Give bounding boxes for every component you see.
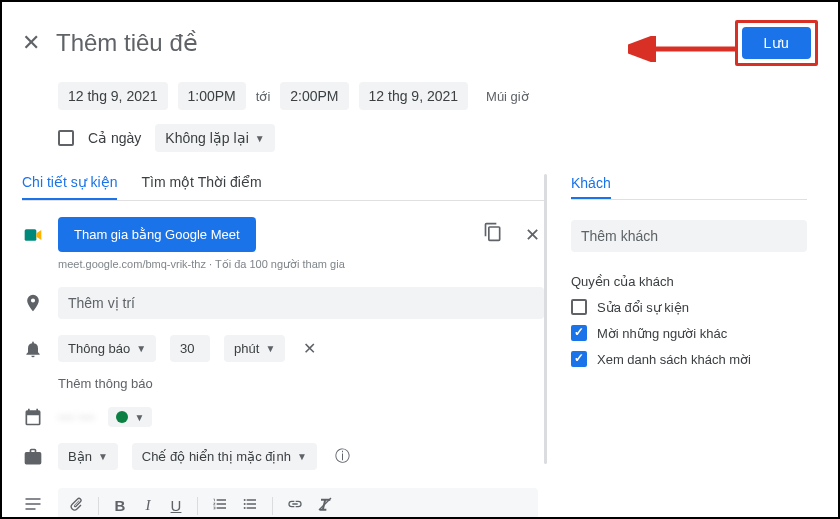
- add-notification-link[interactable]: Thêm thông báo: [22, 376, 544, 391]
- help-icon[interactable]: ⓘ: [331, 443, 354, 470]
- annotation-arrow-icon: [628, 36, 738, 62]
- notification-value-input[interactable]: 30: [170, 335, 210, 362]
- perm-modify-row: Sửa đổi sự kiện: [571, 299, 807, 315]
- caret-down-icon: ▼: [255, 133, 265, 144]
- availability-row: Bận▼ Chế độ hiển thị mặc định▼ ⓘ: [22, 443, 544, 470]
- location-icon: [22, 293, 44, 313]
- left-column: Chi tiết sự kiện Tìm một Thời điểm Tham …: [22, 174, 544, 519]
- meet-join-button[interactable]: Tham gia bằng Google Meet: [58, 217, 256, 252]
- notification-row: Thông báo▼ 30 phút▼ ✕: [22, 335, 544, 362]
- remove-meet-icon[interactable]: ✕: [521, 220, 544, 250]
- perm-modify-checkbox[interactable]: [571, 299, 587, 315]
- color-swatch-icon: [116, 411, 128, 423]
- clear-format-button[interactable]: [317, 496, 333, 515]
- bold-button[interactable]: B: [113, 497, 127, 514]
- notification-remove-icon[interactable]: ✕: [299, 339, 320, 358]
- repeat-dropdown[interactable]: Không lặp lại▼: [155, 124, 274, 152]
- to-label: tới: [256, 89, 271, 104]
- svg-rect-1: [25, 229, 37, 241]
- datetime-row: 12 thg 9, 2021 1:00PM tới 2:00PM 12 thg …: [22, 82, 818, 110]
- underline-button[interactable]: U: [169, 497, 183, 514]
- italic-button[interactable]: I: [141, 497, 155, 514]
- all-day-checkbox[interactable]: [58, 130, 74, 146]
- calendar-row: — — ▼: [22, 407, 544, 427]
- copy-icon[interactable]: [479, 218, 507, 251]
- notification-unit-dropdown[interactable]: phút▼: [224, 335, 285, 362]
- date-start-chip[interactable]: 12 thg 9, 2021: [58, 82, 168, 110]
- add-guest-input[interactable]: Thêm khách: [571, 220, 807, 252]
- tab-details[interactable]: Chi tiết sự kiện: [22, 174, 117, 200]
- calendar-icon: [22, 407, 44, 427]
- busy-dropdown[interactable]: Bận▼: [58, 443, 118, 470]
- time-start-chip[interactable]: 1:00PM: [178, 82, 246, 110]
- description-row: B I U: [22, 486, 544, 519]
- save-button[interactable]: Lưu: [742, 27, 811, 59]
- briefcase-icon: [22, 447, 44, 467]
- tab-find-time[interactable]: Tìm một Thời điểm: [141, 174, 261, 200]
- perm-invite-label: Mời những người khác: [597, 326, 727, 341]
- description-box: B I U: [58, 488, 538, 519]
- bell-icon: [22, 339, 44, 359]
- save-annotation-wrap: Lưu: [735, 20, 818, 66]
- close-icon[interactable]: ✕: [22, 32, 40, 54]
- color-dropdown[interactable]: ▼: [108, 407, 152, 427]
- detail-tabs: Chi tiết sự kiện Tìm một Thời điểm: [22, 174, 544, 201]
- guests-tab[interactable]: Khách: [571, 175, 611, 199]
- perm-seelist-checkbox[interactable]: [571, 351, 587, 367]
- attach-icon[interactable]: [68, 496, 84, 515]
- meet-subtext: meet.google.com/bmq-vrik-thz · Tối đa 10…: [22, 258, 544, 271]
- perm-invite-row: Mời những người khác: [571, 325, 807, 341]
- numbered-list-button[interactable]: [212, 496, 228, 515]
- bulleted-list-button[interactable]: [242, 496, 258, 515]
- location-input[interactable]: Thêm vị trí: [58, 287, 544, 319]
- meet-icon: [22, 225, 44, 245]
- description-icon: [22, 486, 44, 514]
- event-editor-dialog: ✕ Lưu 12 thg 9, 2021 1:00PM tới 2:00PM 1…: [0, 0, 840, 519]
- save-highlight-box: Lưu: [735, 20, 818, 66]
- timezone-link[interactable]: Múi giờ: [478, 89, 529, 104]
- link-button[interactable]: [287, 496, 303, 515]
- right-column: Khách Thêm khách Quyền của khách Sửa đổi…: [547, 174, 807, 519]
- visibility-dropdown[interactable]: Chế độ hiển thị mặc định▼: [132, 443, 317, 470]
- notification-type-dropdown[interactable]: Thông báo▼: [58, 335, 156, 362]
- main-content: Chi tiết sự kiện Tìm một Thời điểm Tham …: [22, 174, 818, 519]
- time-end-chip[interactable]: 2:00PM: [280, 82, 348, 110]
- options-row: Cả ngày Không lặp lại▼: [22, 124, 818, 152]
- perm-seelist-row: Xem danh sách khách mời: [571, 351, 807, 367]
- title-input[interactable]: [56, 27, 719, 59]
- rich-text-toolbar: B I U: [58, 488, 538, 519]
- all-day-label: Cả ngày: [88, 130, 141, 146]
- date-end-chip[interactable]: 12 thg 9, 2021: [359, 82, 469, 110]
- calendar-owner-label: — —: [58, 408, 94, 426]
- perm-invite-checkbox[interactable]: [571, 325, 587, 341]
- perm-modify-label: Sửa đổi sự kiện: [597, 300, 689, 315]
- guest-permissions-title: Quyền của khách: [571, 274, 807, 289]
- perm-seelist-label: Xem danh sách khách mời: [597, 352, 751, 367]
- location-row: Thêm vị trí: [22, 287, 544, 319]
- meet-row: Tham gia bằng Google Meet ✕: [22, 217, 544, 252]
